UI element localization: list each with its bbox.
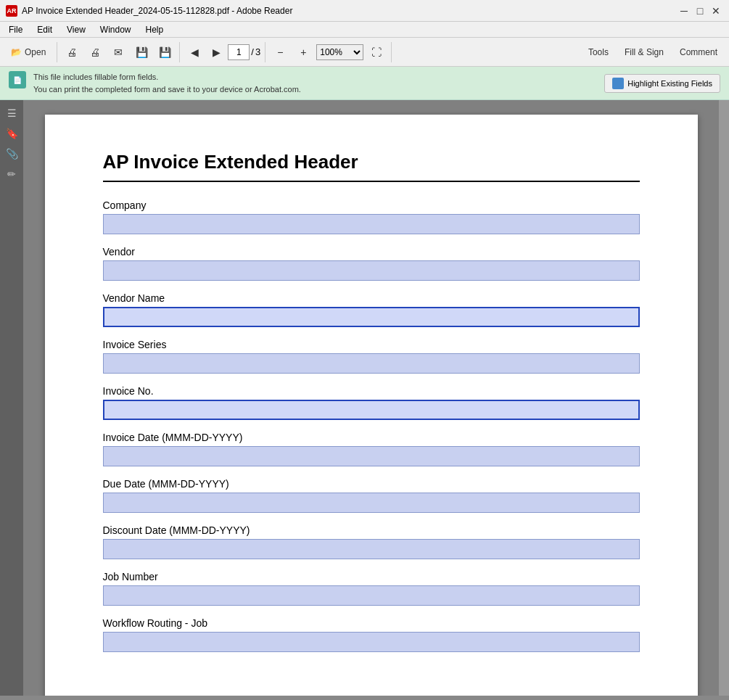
separator-3 xyxy=(265,42,265,62)
main-area: ☰ 🔖 📎 ✏ AP Invoice Extended Header Compa… xyxy=(0,100,729,696)
menu-file[interactable]: File xyxy=(3,23,28,36)
label-invoice-series: Invoice Series xyxy=(103,339,640,350)
notif-line1: This file includes fillable form fields. xyxy=(33,71,301,83)
right-scrollbar xyxy=(719,100,729,696)
field-company: Company xyxy=(103,199,640,234)
notif-line2: You can print the completed form and sav… xyxy=(33,83,301,96)
save-button[interactable]: 💾 xyxy=(131,42,152,62)
tools-button[interactable]: Tools xyxy=(581,44,616,60)
open-button[interactable]: 📂 Open xyxy=(4,42,52,62)
label-due-date: Due Date (MMM-DD-YYYY) xyxy=(103,478,640,490)
window-title: AP Invoice Extended Header_2024-05-15-11… xyxy=(22,6,292,16)
minimize-button[interactable]: ─ xyxy=(677,4,691,18)
field-workflow-routing: Workflow Routing - Job xyxy=(103,617,640,652)
pdf-viewer[interactable]: AP Invoice Extended Header Company Vendo… xyxy=(23,100,719,696)
field-vendor-name: Vendor Name xyxy=(103,292,640,327)
zoom-select[interactable]: 100% 75% 125% 150% xyxy=(316,44,363,60)
input-workflow-routing[interactable] xyxy=(103,632,640,652)
label-invoice-no: Invoice No. xyxy=(103,385,640,397)
field-due-date: Due Date (MMM-DD-YYYY) xyxy=(103,478,640,513)
input-due-date[interactable] xyxy=(103,493,640,513)
label-vendor: Vendor xyxy=(103,246,640,258)
page-navigation: ◀ ▶ / 3 xyxy=(184,42,260,62)
pdf-page-title: AP Invoice Extended Header xyxy=(103,151,640,182)
label-invoice-date: Invoice Date (MMM-DD-YYYY) xyxy=(103,432,640,443)
field-discount-date: Discount Date (MMM-DD-YYYY) xyxy=(103,524,640,559)
separator-1 xyxy=(57,42,57,62)
input-company[interactable] xyxy=(103,214,640,234)
field-invoice-series: Invoice Series xyxy=(103,339,640,374)
title-bar: AR AP Invoice Extended Header_2024-05-15… xyxy=(0,0,729,22)
label-job-number: Job Number xyxy=(103,571,640,582)
label-vendor-name: Vendor Name xyxy=(103,292,640,304)
email-button[interactable]: ✉ xyxy=(108,42,128,62)
page-total: 3 xyxy=(255,46,260,57)
highlight-btn-label: Highlight Existing Fields xyxy=(627,79,712,88)
label-company: Company xyxy=(103,199,640,211)
toolbar-right: Tools Fill & Sign Comment xyxy=(581,44,725,60)
menu-edit[interactable]: Edit xyxy=(31,23,58,36)
toolbar: 📂 Open 🖨 🖨 ✉ 💾 💾 ◀ ▶ / 3 − + 100% 75% 12… xyxy=(0,38,729,67)
input-job-number[interactable] xyxy=(103,585,640,606)
fill-sign-button[interactable]: Fill & Sign xyxy=(617,44,671,60)
left-panel: ☰ 🔖 📎 ✏ xyxy=(0,100,23,696)
panel-icon-bookmarks[interactable]: 🔖 xyxy=(4,126,19,141)
field-invoice-no: Invoice No. xyxy=(103,385,640,420)
menu-bar: File Edit View Window Help xyxy=(0,22,729,38)
label-discount-date: Discount Date (MMM-DD-YYYY) xyxy=(103,524,640,536)
menu-window[interactable]: Window xyxy=(94,23,137,36)
panel-icon-annotations[interactable]: ✏ xyxy=(4,167,19,181)
app-icon: AR xyxy=(6,5,17,17)
prev-page-button[interactable]: ◀ xyxy=(184,42,205,62)
menu-view[interactable]: View xyxy=(61,23,91,36)
highlight-icon xyxy=(612,78,624,89)
page-separator: / xyxy=(251,46,254,57)
comment-button[interactable]: Comment xyxy=(672,44,725,60)
menu-help[interactable]: Help xyxy=(140,23,170,36)
field-invoice-date: Invoice Date (MMM-DD-YYYY) xyxy=(103,432,640,466)
label-workflow-routing: Workflow Routing - Job xyxy=(103,617,640,629)
zoom-out-button[interactable]: − xyxy=(270,42,290,62)
page-number-input[interactable] xyxy=(228,44,250,60)
fit-button[interactable]: ⛶ xyxy=(366,42,387,62)
print-button[interactable]: 🖨 xyxy=(85,42,105,62)
print-setup-button[interactable]: 🖨 xyxy=(62,42,82,62)
separator-4 xyxy=(391,42,392,62)
input-vendor-name[interactable] xyxy=(103,307,640,327)
panel-icon-menu[interactable]: ☰ xyxy=(4,106,19,120)
floppy-button[interactable]: 💾 xyxy=(155,42,175,62)
field-job-number: Job Number xyxy=(103,571,640,606)
zoom-in-button[interactable]: + xyxy=(293,42,313,62)
pdf-page: AP Invoice Extended Header Company Vendo… xyxy=(45,115,698,696)
input-vendor[interactable] xyxy=(103,260,640,281)
panel-icon-attachments[interactable]: 📎 xyxy=(4,147,19,161)
input-invoice-no[interactable] xyxy=(103,400,640,420)
open-folder-icon: 📂 xyxy=(11,47,22,57)
separator-2 xyxy=(179,42,180,62)
notification-text: This file includes fillable form fields.… xyxy=(33,71,301,95)
notification-bar: 📄 This file includes fillable form field… xyxy=(0,67,729,100)
next-page-button[interactable]: ▶ xyxy=(206,42,226,62)
window-controls: ─ □ ✕ xyxy=(677,4,723,18)
notification-content: 📄 This file includes fillable form field… xyxy=(9,71,301,95)
input-invoice-date[interactable] xyxy=(103,446,640,466)
highlight-fields-button[interactable]: Highlight Existing Fields xyxy=(604,74,720,93)
field-vendor: Vendor xyxy=(103,246,640,281)
input-discount-date[interactable] xyxy=(103,539,640,559)
notification-icon: 📄 xyxy=(9,71,26,88)
close-button[interactable]: ✕ xyxy=(709,4,723,18)
maximize-button[interactable]: □ xyxy=(693,4,707,18)
input-invoice-series[interactable] xyxy=(103,353,640,374)
